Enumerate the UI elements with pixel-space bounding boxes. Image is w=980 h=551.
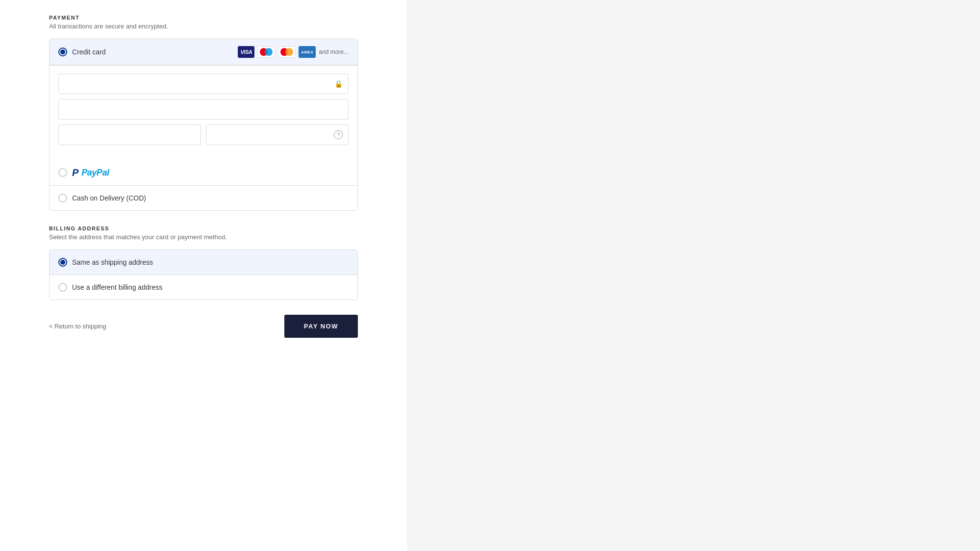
- credit-card-label: Credit card: [72, 48, 105, 56]
- paypal-radio-label: P PayPal: [58, 168, 109, 177]
- card-fields: 🔒 ?: [50, 65, 357, 160]
- different-billing-option[interactable]: Use a different billing address: [50, 275, 357, 300]
- different-billing-label: Use a different billing address: [58, 283, 162, 292]
- billing-options-box: Same as shipping address Use a different…: [49, 250, 358, 300]
- payment-options-box: Credit card VISA AMEX and more... 🔒: [49, 39, 358, 211]
- card-bottom-row: ?: [58, 125, 349, 150]
- payment-subtitle: All transactions are secure and encrypte…: [49, 23, 358, 30]
- cvv-wrapper: ?: [206, 125, 349, 145]
- cod-radio[interactable]: [58, 194, 67, 202]
- cvv-input[interactable]: [206, 125, 349, 145]
- cod-option[interactable]: Cash on Delivery (COD): [50, 186, 357, 210]
- same-as-shipping-label: Same as shipping address: [58, 258, 153, 267]
- billing-title: BILLING ADDRESS: [49, 225, 358, 231]
- different-billing-text: Use a different billing address: [72, 283, 162, 291]
- credit-card-radio[interactable]: [58, 48, 67, 56]
- same-as-shipping-radio[interactable]: [58, 258, 67, 267]
- visa-logo: VISA: [238, 46, 254, 58]
- card-name-wrapper: [58, 99, 349, 120]
- return-to-shipping-link[interactable]: < Return to shipping: [49, 323, 106, 330]
- bottom-actions: < Return to shipping PAY NOW: [49, 315, 358, 338]
- and-more-text: and more...: [319, 49, 349, 55]
- mastercard-logo: [278, 46, 296, 58]
- paypal-text-icon: PayPal: [81, 168, 109, 177]
- billing-subtitle: Select the address that matches your car…: [49, 233, 358, 241]
- maestro-logo: [257, 46, 275, 58]
- help-icon: ?: [334, 130, 343, 139]
- billing-section: BILLING ADDRESS Select the address that …: [49, 225, 358, 300]
- paypal-logo-label: P PayPal: [72, 168, 109, 177]
- expiry-input[interactable]: [58, 125, 201, 145]
- left-panel: PAYMENT All transactions are secure and …: [0, 0, 407, 551]
- cod-label: Cash on Delivery (COD): [72, 194, 146, 202]
- credit-card-option-header[interactable]: Credit card VISA AMEX and more...: [50, 39, 357, 65]
- different-billing-radio[interactable]: [58, 283, 67, 292]
- paypal-p-icon: P: [72, 168, 78, 177]
- paypal-radio[interactable]: [58, 168, 67, 177]
- same-as-shipping-option[interactable]: Same as shipping address: [50, 250, 357, 275]
- credit-card-radio-label: Credit card: [58, 48, 105, 56]
- card-name-input[interactable]: [58, 99, 349, 120]
- amex-logo: AMEX: [299, 46, 316, 58]
- card-number-wrapper: 🔒: [58, 74, 349, 94]
- cod-radio-label: Cash on Delivery (COD): [58, 194, 146, 202]
- paypal-option[interactable]: P PayPal: [50, 160, 357, 186]
- card-number-input[interactable]: [58, 74, 349, 94]
- right-panel: [407, 0, 980, 551]
- payment-title: PAYMENT: [49, 15, 358, 21]
- lock-icon: 🔒: [334, 80, 343, 88]
- expiry-wrapper: [58, 125, 201, 145]
- same-as-shipping-text: Same as shipping address: [72, 258, 153, 266]
- payment-section: PAYMENT All transactions are secure and …: [49, 15, 358, 211]
- card-logos: VISA AMEX and more...: [238, 46, 349, 58]
- pay-now-button[interactable]: PAY NOW: [284, 315, 358, 338]
